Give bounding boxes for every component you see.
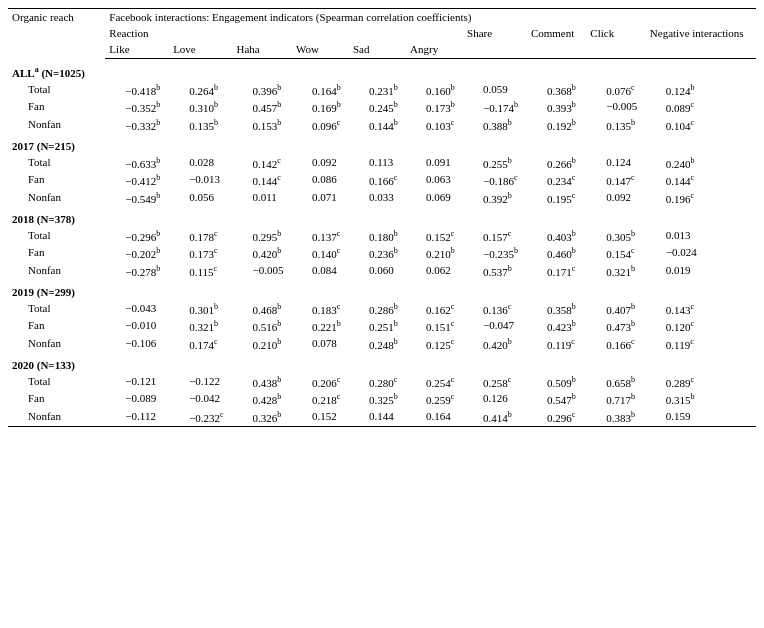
table-row: Total−0.121−0.1220.438b0.206c0.280c0.254… bbox=[8, 373, 756, 391]
cell-value: 0.254c bbox=[406, 373, 463, 391]
row-type: Fan bbox=[8, 390, 105, 408]
cell-value: 0.295b bbox=[232, 227, 291, 245]
cell-value: 0.231b bbox=[349, 81, 406, 99]
cell-value: 0.124b bbox=[646, 81, 756, 99]
cell-value: 0.473b bbox=[586, 317, 645, 335]
cell-value: 0.166c bbox=[586, 335, 645, 353]
cell-value: 0.460b bbox=[527, 244, 586, 262]
section-title: 2017 (N=215) bbox=[8, 134, 756, 154]
row-type: Total bbox=[8, 300, 105, 318]
cell-value: 0.547b bbox=[527, 390, 586, 408]
cell-value: 0.140c bbox=[292, 244, 349, 262]
cell-value: 0.143c bbox=[646, 300, 756, 318]
cell-value: −0.549b bbox=[105, 189, 169, 207]
cell-value: 0.059 bbox=[463, 81, 527, 99]
cell-value: 0.289c bbox=[646, 373, 756, 391]
cell-value: 0.153b bbox=[232, 116, 291, 134]
cell-value: 0.092 bbox=[292, 154, 349, 172]
row-type: Fan bbox=[8, 317, 105, 335]
cell-value: 0.296c bbox=[527, 408, 586, 426]
cell-value: 0.236b bbox=[349, 244, 406, 262]
cell-value: 0.125c bbox=[406, 335, 463, 353]
cell-value: 0.206c bbox=[292, 373, 349, 391]
cell-value: 0.096c bbox=[292, 116, 349, 134]
cell-value: 0.069 bbox=[406, 189, 463, 207]
table-row: Total−0.0430.301b0.468b0.183c0.286b0.162… bbox=[8, 300, 756, 318]
cell-value: 0.144 bbox=[349, 408, 406, 426]
cell-value: 0.509b bbox=[527, 373, 586, 391]
cell-value: 0.305b bbox=[586, 227, 645, 245]
cell-value: 0.147c bbox=[586, 171, 645, 189]
cell-value: 0.104c bbox=[646, 116, 756, 134]
row-type: Total bbox=[8, 81, 105, 99]
cell-value: 0.245b bbox=[349, 98, 406, 116]
cell-value: 0.173b bbox=[406, 98, 463, 116]
cell-value: −0.122 bbox=[169, 373, 232, 391]
cell-value: −0.232c bbox=[169, 408, 232, 426]
cell-value: −0.112 bbox=[105, 408, 169, 426]
cell-value: 0.407b bbox=[586, 300, 645, 318]
cell-value: 0.537b bbox=[463, 262, 527, 280]
cell-value: −0.106 bbox=[105, 335, 169, 353]
cell-value: 0.178c bbox=[169, 227, 232, 245]
cell-value: 0.192b bbox=[527, 116, 586, 134]
header-row-3: Like Love Haha Wow Sad Angry bbox=[8, 41, 756, 59]
cell-value: −0.296b bbox=[105, 227, 169, 245]
cell-value: 0.135b bbox=[169, 116, 232, 134]
cell-value: 0.658b bbox=[586, 373, 645, 391]
section-label-2020: 2020 (N=133) bbox=[8, 353, 756, 373]
cell-value: −0.202b bbox=[105, 244, 169, 262]
col-header-click: Click bbox=[586, 25, 645, 41]
cell-value: 0.144c bbox=[232, 171, 291, 189]
cell-value: 0.183c bbox=[292, 300, 349, 318]
cell-value: 0.113 bbox=[349, 154, 406, 172]
cell-value: 0.011 bbox=[232, 189, 291, 207]
cell-value: 0.280c bbox=[349, 373, 406, 391]
cell-value: 0.438b bbox=[232, 373, 291, 391]
section-title: 2019 (N=299) bbox=[8, 280, 756, 300]
cell-value: −0.235b bbox=[463, 244, 527, 262]
table-row: Nonfan−0.1060.174c0.210b0.0780.248b0.125… bbox=[8, 335, 756, 353]
cell-value: 0.234c bbox=[527, 171, 586, 189]
cell-value: −0.047 bbox=[463, 317, 527, 335]
cell-value: 0.321b bbox=[586, 262, 645, 280]
cell-value: −0.024 bbox=[646, 244, 756, 262]
row-type: Nonfan bbox=[8, 408, 105, 426]
cell-value: −0.043 bbox=[105, 300, 169, 318]
cell-value: 0.218c bbox=[292, 390, 349, 408]
cell-value: 0.210b bbox=[406, 244, 463, 262]
cell-value: 0.240b bbox=[646, 154, 756, 172]
cell-value: 0.136c bbox=[463, 300, 527, 318]
col-header-love: Love bbox=[169, 41, 232, 59]
cell-value: 0.154c bbox=[586, 244, 645, 262]
cell-value: 0.135b bbox=[586, 116, 645, 134]
cell-value: 0.196c bbox=[646, 189, 756, 207]
cell-value: 0.358b bbox=[527, 300, 586, 318]
cell-value: 0.169b bbox=[292, 98, 349, 116]
row-type: Fan bbox=[8, 171, 105, 189]
cell-value: 0.368b bbox=[527, 81, 586, 99]
section-title: 2018 (N=378) bbox=[8, 207, 756, 227]
cell-value: −0.633b bbox=[105, 154, 169, 172]
cell-value: 0.392b bbox=[463, 189, 527, 207]
row-type: Nonfan bbox=[8, 262, 105, 280]
table-row: Fan−0.089−0.0420.428b0.218c0.325b0.259c0… bbox=[8, 390, 756, 408]
cell-value: 0.062 bbox=[406, 262, 463, 280]
table-row: Nonfan−0.549b0.0560.0110.0710.0330.0690.… bbox=[8, 189, 756, 207]
cell-value: 0.315b bbox=[646, 390, 756, 408]
cell-value: 0.266b bbox=[527, 154, 586, 172]
cell-value: 0.174c bbox=[169, 335, 232, 353]
cell-value: 0.013 bbox=[646, 227, 756, 245]
cell-value: 0.162c bbox=[406, 300, 463, 318]
row-type: Nonfan bbox=[8, 116, 105, 134]
col-header-haha: Haha bbox=[232, 41, 291, 59]
table-row: Fan−0.0100.321b0.516b0.221b0.251b0.151c−… bbox=[8, 317, 756, 335]
cell-value: 0.251b bbox=[349, 317, 406, 335]
cell-value: 0.326b bbox=[232, 408, 291, 426]
cell-value: 0.071 bbox=[292, 189, 349, 207]
cell-value: 0.126 bbox=[463, 390, 527, 408]
cell-value: 0.084 bbox=[292, 262, 349, 280]
cell-value: 0.103c bbox=[406, 116, 463, 134]
cell-value: 0.255b bbox=[463, 154, 527, 172]
cell-value: −0.013 bbox=[169, 171, 232, 189]
